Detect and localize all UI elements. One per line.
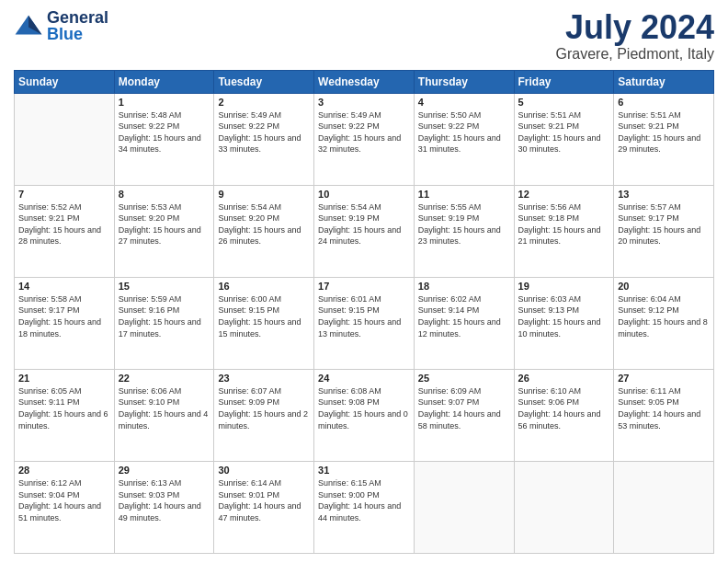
day-info: Sunrise: 6:02 AMSunset: 9:14 PMDaylight:… xyxy=(418,293,510,339)
day-number: 12 xyxy=(518,189,610,200)
day-info: Sunrise: 6:10 AMSunset: 9:06 PMDaylight:… xyxy=(518,385,610,431)
day-number: 25 xyxy=(418,373,510,384)
day-info: Sunrise: 5:54 AMSunset: 9:19 PMDaylight:… xyxy=(318,201,410,247)
day-number: 24 xyxy=(318,373,410,384)
day-info: Sunrise: 6:07 AMSunset: 9:09 PMDaylight:… xyxy=(218,385,310,431)
calendar-cell: 25Sunrise: 6:09 AMSunset: 9:07 PMDayligh… xyxy=(414,369,514,461)
calendar-cell: 21Sunrise: 6:05 AMSunset: 9:11 PMDayligh… xyxy=(15,369,115,461)
day-number: 27 xyxy=(618,373,710,384)
logo: General Blue xyxy=(14,9,108,42)
calendar-cell: 17Sunrise: 6:01 AMSunset: 9:15 PMDayligh… xyxy=(314,277,415,369)
week-row-1: 7Sunrise: 5:52 AMSunset: 9:21 PMDaylight… xyxy=(15,185,714,277)
day-header-monday: Monday xyxy=(114,70,214,93)
day-header-tuesday: Tuesday xyxy=(214,70,314,93)
day-number: 16 xyxy=(218,281,310,292)
calendar-cell: 10Sunrise: 5:54 AMSunset: 9:19 PMDayligh… xyxy=(314,185,415,277)
location: Gravere, Piedmont, Italy xyxy=(555,46,714,63)
calendar-cell: 18Sunrise: 6:02 AMSunset: 9:14 PMDayligh… xyxy=(414,277,514,369)
calendar-cell: 6Sunrise: 5:51 AMSunset: 9:21 PMDaylight… xyxy=(614,93,714,185)
day-info: Sunrise: 5:50 AMSunset: 9:22 PMDaylight:… xyxy=(418,109,510,155)
page: General Blue July 2024 Gravere, Piedmont… xyxy=(0,0,728,563)
calendar-cell: 4Sunrise: 5:50 AMSunset: 9:22 PMDaylight… xyxy=(414,93,514,185)
day-number: 13 xyxy=(618,189,710,200)
calendar-cell: 13Sunrise: 5:57 AMSunset: 9:17 PMDayligh… xyxy=(614,185,714,277)
day-info: Sunrise: 6:04 AMSunset: 9:12 PMDaylight:… xyxy=(618,293,710,339)
calendar-cell: 7Sunrise: 5:52 AMSunset: 9:21 PMDaylight… xyxy=(15,185,115,277)
day-info: Sunrise: 6:11 AMSunset: 9:05 PMDaylight:… xyxy=(618,385,710,431)
day-info: Sunrise: 6:09 AMSunset: 9:07 PMDaylight:… xyxy=(418,385,510,431)
day-number: 10 xyxy=(318,189,410,200)
calendar-cell: 19Sunrise: 6:03 AMSunset: 9:13 PMDayligh… xyxy=(514,277,614,369)
day-number: 28 xyxy=(18,465,110,476)
day-info: Sunrise: 5:49 AMSunset: 9:22 PMDaylight:… xyxy=(318,109,410,155)
day-number: 6 xyxy=(618,97,710,108)
day-number: 21 xyxy=(18,373,110,384)
calendar-cell: 23Sunrise: 6:07 AMSunset: 9:09 PMDayligh… xyxy=(214,369,314,461)
calendar-cell: 20Sunrise: 6:04 AMSunset: 9:12 PMDayligh… xyxy=(614,277,714,369)
day-number: 7 xyxy=(18,189,110,200)
day-number: 19 xyxy=(518,281,610,292)
day-info: Sunrise: 6:12 AMSunset: 9:04 PMDaylight:… xyxy=(18,477,110,523)
calendar-cell: 15Sunrise: 5:59 AMSunset: 9:16 PMDayligh… xyxy=(114,277,214,369)
day-info: Sunrise: 5:52 AMSunset: 9:21 PMDaylight:… xyxy=(18,201,110,247)
day-number: 2 xyxy=(218,97,310,108)
calendar-cell: 16Sunrise: 6:00 AMSunset: 9:15 PMDayligh… xyxy=(214,277,314,369)
calendar-cell: 27Sunrise: 6:11 AMSunset: 9:05 PMDayligh… xyxy=(614,369,714,461)
calendar-table: SundayMondayTuesdayWednesdayThursdayFrid… xyxy=(14,70,714,554)
calendar-cell: 8Sunrise: 5:53 AMSunset: 9:20 PMDaylight… xyxy=(114,185,214,277)
day-number: 4 xyxy=(418,97,510,108)
calendar-cell: 12Sunrise: 5:56 AMSunset: 9:18 PMDayligh… xyxy=(514,185,614,277)
day-info: Sunrise: 5:53 AMSunset: 9:20 PMDaylight:… xyxy=(119,201,210,247)
day-number: 20 xyxy=(618,281,710,292)
calendar-cell: 3Sunrise: 5:49 AMSunset: 9:22 PMDaylight… xyxy=(314,93,415,185)
week-row-4: 28Sunrise: 6:12 AMSunset: 9:04 PMDayligh… xyxy=(15,461,714,553)
day-info: Sunrise: 5:57 AMSunset: 9:17 PMDaylight:… xyxy=(618,201,710,247)
day-info: Sunrise: 6:01 AMSunset: 9:15 PMDaylight:… xyxy=(318,293,410,339)
day-info: Sunrise: 5:58 AMSunset: 9:17 PMDaylight:… xyxy=(18,293,110,339)
day-number: 3 xyxy=(318,97,410,108)
day-number: 5 xyxy=(518,97,610,108)
day-info: Sunrise: 6:15 AMSunset: 9:00 PMDaylight:… xyxy=(318,477,410,523)
title-section: July 2024 Gravere, Piedmont, Italy xyxy=(555,9,714,63)
day-info: Sunrise: 6:00 AMSunset: 9:15 PMDaylight:… xyxy=(218,293,310,339)
calendar-cell: 31Sunrise: 6:15 AMSunset: 9:00 PMDayligh… xyxy=(314,461,415,553)
calendar-cell: 28Sunrise: 6:12 AMSunset: 9:04 PMDayligh… xyxy=(15,461,115,553)
day-number: 1 xyxy=(119,97,210,108)
calendar-cell: 22Sunrise: 6:06 AMSunset: 9:10 PMDayligh… xyxy=(114,369,214,461)
week-row-2: 14Sunrise: 5:58 AMSunset: 9:17 PMDayligh… xyxy=(15,277,714,369)
day-number: 17 xyxy=(318,281,410,292)
day-number: 15 xyxy=(119,281,210,292)
day-number: 30 xyxy=(218,465,310,476)
day-info: Sunrise: 6:06 AMSunset: 9:10 PMDaylight:… xyxy=(119,385,210,431)
calendar-cell xyxy=(15,93,115,185)
calendar-cell xyxy=(514,461,614,553)
calendar-cell: 9Sunrise: 5:54 AMSunset: 9:20 PMDaylight… xyxy=(214,185,314,277)
day-info: Sunrise: 6:05 AMSunset: 9:11 PMDaylight:… xyxy=(18,385,110,431)
day-info: Sunrise: 5:48 AMSunset: 9:22 PMDaylight:… xyxy=(119,109,210,155)
header-row: SundayMondayTuesdayWednesdayThursdayFrid… xyxy=(15,70,714,93)
calendar-cell: 30Sunrise: 6:14 AMSunset: 9:01 PMDayligh… xyxy=(214,461,314,553)
calendar-cell: 11Sunrise: 5:55 AMSunset: 9:19 PMDayligh… xyxy=(414,185,514,277)
calendar-cell: 1Sunrise: 5:48 AMSunset: 9:22 PMDaylight… xyxy=(114,93,214,185)
day-number: 22 xyxy=(119,373,210,384)
day-info: Sunrise: 6:14 AMSunset: 9:01 PMDaylight:… xyxy=(218,477,310,523)
day-info: Sunrise: 6:03 AMSunset: 9:13 PMDaylight:… xyxy=(518,293,610,339)
logo-text: General Blue xyxy=(47,9,108,42)
day-info: Sunrise: 6:13 AMSunset: 9:03 PMDaylight:… xyxy=(119,477,210,523)
calendar-cell: 5Sunrise: 5:51 AMSunset: 9:21 PMDaylight… xyxy=(514,93,614,185)
logo-icon xyxy=(14,13,43,39)
calendar-cell: 2Sunrise: 5:49 AMSunset: 9:22 PMDaylight… xyxy=(214,93,314,185)
day-number: 18 xyxy=(418,281,510,292)
day-number: 23 xyxy=(218,373,310,384)
calendar-cell xyxy=(614,461,714,553)
calendar-cell: 14Sunrise: 5:58 AMSunset: 9:17 PMDayligh… xyxy=(15,277,115,369)
day-header-wednesday: Wednesday xyxy=(314,70,415,93)
week-row-3: 21Sunrise: 6:05 AMSunset: 9:11 PMDayligh… xyxy=(15,369,714,461)
calendar-cell: 26Sunrise: 6:10 AMSunset: 9:06 PMDayligh… xyxy=(514,369,614,461)
day-number: 31 xyxy=(318,465,410,476)
day-number: 26 xyxy=(518,373,610,384)
day-info: Sunrise: 5:59 AMSunset: 9:16 PMDaylight:… xyxy=(119,293,210,339)
calendar-cell: 29Sunrise: 6:13 AMSunset: 9:03 PMDayligh… xyxy=(114,461,214,553)
header: General Blue July 2024 Gravere, Piedmont… xyxy=(14,9,714,63)
day-info: Sunrise: 5:56 AMSunset: 9:18 PMDaylight:… xyxy=(518,201,610,247)
